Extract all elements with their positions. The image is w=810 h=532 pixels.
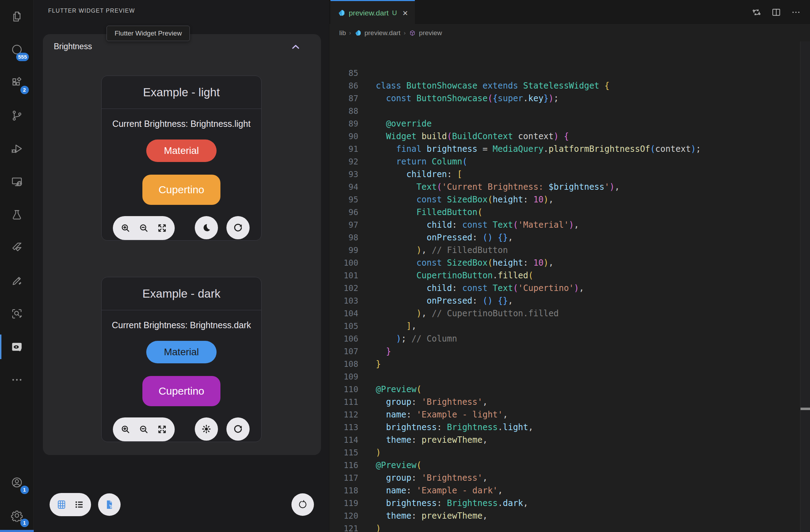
code-line[interactable]: 90 Widget build(BuildContext context) { [329, 130, 810, 143]
activity-item-chat[interactable]: 555 [0, 33, 34, 66]
breadcrumb-symbol[interactable]: preview [419, 29, 442, 37]
code-line[interactable]: 102 child: const Text('Cupertino'), [329, 282, 810, 294]
code-line[interactable]: 93 children: [ [329, 168, 810, 181]
scrollbar[interactable] [800, 41, 810, 532]
zoom-out-icon[interactable] [138, 222, 149, 234]
code-line[interactable]: 85 [329, 67, 810, 79]
code-line[interactable]: 101 CupertinoButton.filled( [329, 269, 810, 282]
code-line[interactable]: 121) [329, 522, 810, 532]
code-line[interactable]: 117 group: 'Brightness', [329, 472, 810, 484]
brightness-status-text: Current Brightness: Brightness.dark [102, 320, 261, 330]
code-line[interactable]: 96 FilledButton( [329, 206, 810, 219]
code-line[interactable]: 120 theme: previewTheme, [329, 510, 810, 522]
theme-toggle-button[interactable] [195, 216, 218, 239]
reload-preview-button[interactable] [226, 216, 250, 239]
code-line[interactable]: 89 @override [329, 117, 810, 130]
activity-item-widget-preview[interactable] [0, 330, 34, 363]
code-line[interactable]: 108} [329, 358, 810, 370]
activity-item-extensions[interactable]: 2 [0, 66, 34, 99]
files-icon [11, 10, 23, 23]
activity-item-explorer[interactable] [0, 0, 34, 33]
tab-preview-dart[interactable]: preview.dart U × [330, 0, 415, 25]
zoom-in-icon[interactable] [120, 222, 131, 234]
cupertino-button[interactable]: Cupertino [142, 175, 220, 205]
code-line[interactable]: 116@Preview( [329, 459, 810, 472]
activity-item-testing[interactable] [0, 198, 34, 231]
code-line[interactable]: 118 name: 'Example - dark', [329, 484, 810, 497]
more-icon [11, 374, 23, 386]
moon-icon [201, 222, 212, 233]
code-line[interactable]: 86class ButtonShowcase extends Stateless… [329, 79, 810, 92]
code-line[interactable]: 98 onPressed: () {}, [329, 231, 810, 244]
editor-group: preview.dart U × lib › preview.dart › pr… [329, 0, 810, 532]
code-editor[interactable]: 8586class ButtonShowcase extends Statele… [329, 41, 810, 532]
code-line[interactable]: 112 name: 'Example - light', [329, 408, 810, 421]
code-line[interactable]: 113 brightness: Brightness.light, [329, 421, 810, 434]
material-button[interactable]: Material [146, 341, 217, 363]
split-editor-icon[interactable] [771, 7, 781, 17]
overview-ruler-mark [801, 408, 810, 410]
reload-preview-button[interactable] [226, 417, 250, 441]
cupertino-button[interactable]: Cupertino [142, 376, 220, 406]
code-line[interactable]: 106 ); // Column [329, 332, 810, 345]
code-line[interactable]: 97 child: const Text('Material'), [329, 219, 810, 231]
code-line[interactable]: 94 Text('Current Brightness: $brightness… [329, 181, 810, 193]
tab-filename: preview.dart [349, 9, 388, 17]
activity-item-flutter-outline[interactable] [0, 264, 34, 297]
code-line[interactable]: 88 [329, 105, 810, 117]
code-line[interactable]: 104 ), // CupertinoButton.filled [329, 307, 810, 320]
zoom-in-icon[interactable] [120, 424, 131, 435]
code-line[interactable]: 114 theme: previewTheme, [329, 434, 810, 446]
breadcrumb: lib › preview.dart › preview [329, 25, 810, 41]
list-view-icon[interactable] [74, 499, 84, 510]
select-file-button[interactable] [98, 493, 121, 516]
code-line[interactable]: 91 final brightness = MediaQuery.platfor… [329, 143, 810, 155]
activity-item-more[interactable] [0, 363, 34, 396]
code-line[interactable]: 119 brightness: Brightness.dark, [329, 497, 810, 510]
code-line[interactable]: 99 ), // FilledButton [329, 244, 810, 257]
code-line[interactable]: 115) [329, 446, 810, 459]
grid-view-icon[interactable] [56, 499, 67, 510]
chevron-right-icon: › [404, 30, 406, 37]
expand-icon[interactable] [156, 424, 168, 435]
close-tab-icon[interactable]: × [403, 8, 408, 18]
material-button[interactable]: Material [146, 140, 217, 162]
chat-badge: 555 [16, 53, 28, 61]
collapse-group-button[interactable] [290, 42, 301, 52]
theme-toggle-button[interactable] [195, 417, 218, 441]
account-badge: 1 [20, 486, 29, 494]
code-line[interactable]: 87 const ButtonShowcase({super.key}); [329, 92, 810, 105]
preview-card-light: Example - light Current Brightness: Brig… [101, 76, 262, 241]
activity-item-run-debug[interactable] [0, 132, 34, 165]
flutter-icon [11, 241, 23, 254]
preview-title: Example - light [102, 76, 261, 109]
sync-changes-icon[interactable] [752, 7, 761, 17]
code-line[interactable]: 110@Preview( [329, 383, 810, 396]
breadcrumb-file[interactable]: preview.dart [365, 29, 400, 37]
code-line[interactable]: 109 [329, 370, 810, 383]
restart-previews-button[interactable] [291, 493, 314, 516]
breadcrumb-folder[interactable]: lib [339, 29, 346, 37]
more-actions-icon[interactable] [791, 7, 801, 17]
activity-item-flutter-inspector[interactable] [0, 297, 34, 330]
activity-item-source-control[interactable] [0, 99, 34, 132]
chevron-right-icon: › [349, 30, 351, 37]
code-line[interactable]: 105 ], [329, 320, 810, 332]
editor-actions [752, 0, 810, 25]
activity-item-remote-explorer[interactable] [0, 165, 34, 198]
zoom-controls [113, 417, 175, 441]
brightness-status-text: Current Brightness: Brightness.light [102, 119, 261, 129]
activity-item-settings[interactable]: 1 [0, 499, 34, 532]
code-line[interactable]: 100 const SizedBox(height: 10), [329, 257, 810, 269]
code-line[interactable]: 92 return Column( [329, 155, 810, 168]
zoom-out-icon[interactable] [138, 424, 149, 435]
code-line[interactable]: 111 group: 'Brightness', [329, 396, 810, 408]
activity-item-flutter[interactable] [0, 231, 34, 264]
code-line[interactable]: 103 onPressed: () {}, [329, 294, 810, 307]
expand-icon[interactable] [156, 222, 168, 234]
zoom-controls [113, 216, 175, 240]
code-line[interactable]: 107 } [329, 345, 810, 358]
code-line[interactable]: 95 const SizedBox(height: 10), [329, 193, 810, 206]
activity-item-account[interactable]: 1 [0, 466, 34, 499]
vscode-window: 555 2 1 1 FLUTTER WIDGET PREVIEW Flutter… [0, 0, 810, 532]
